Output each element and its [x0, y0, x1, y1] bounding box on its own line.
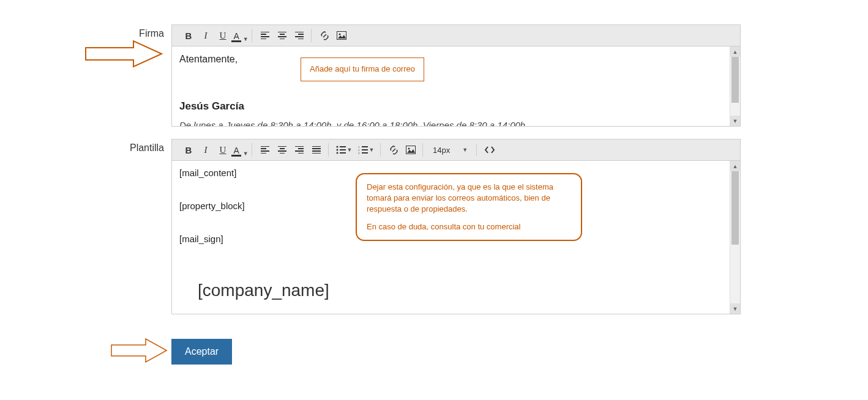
italic-button[interactable]: I — [198, 29, 214, 42]
signature-row: Firma B I U A▼ — [12, 24, 856, 127]
callout-template-hint: Dejar esta configuración, ya que es la q… — [356, 173, 582, 241]
bold-button[interactable]: B — [181, 143, 196, 157]
svg-point-3 — [336, 149, 338, 151]
callout-signature-hint: Añade aquí tu firma de correo — [301, 57, 424, 81]
template-label: Plantilla — [12, 139, 171, 154]
callout-template-p2: En caso de duda, consulta con tu comerci… — [367, 221, 571, 232]
italic-button[interactable]: I — [198, 143, 214, 157]
template-placeholder-company-name: [company_name] — [179, 277, 733, 305]
scrollbar[interactable]: ▲ ▼ — [730, 161, 740, 314]
signature-greeting: Atentamente, — [179, 51, 733, 67]
scroll-thumb[interactable] — [731, 171, 739, 245]
template-row: Plantilla B I U A▼ — [12, 139, 856, 314]
link-button[interactable] — [316, 29, 332, 42]
accept-button[interactable]: Aceptar — [171, 339, 232, 365]
scroll-down-icon[interactable]: ▼ — [730, 116, 740, 126]
signature-hours: De lunes a Jueves de 8:30h a 14:00h, y d… — [179, 118, 733, 126]
svg-point-4 — [336, 152, 338, 154]
template-content-area[interactable]: [mail_content] [property_block] [mail_si… — [172, 161, 740, 314]
template-editor: B I U A▼ — [171, 139, 741, 314]
scroll-down-icon[interactable]: ▼ — [730, 303, 740, 314]
svg-point-1 — [339, 34, 341, 35]
align-center-button[interactable] — [274, 29, 290, 42]
text-color-button[interactable]: A▼ — [232, 143, 248, 157]
ordered-list-button[interactable]: 123 ▼ — [356, 143, 376, 157]
template-toolbar: B I U A▼ — [172, 139, 740, 161]
font-size-select[interactable]: 14px ▼ — [428, 144, 473, 156]
align-right-button[interactable] — [291, 143, 307, 157]
scroll-up-icon[interactable]: ▲ — [730, 161, 740, 171]
signature-editor: B I U A▼ — [171, 24, 741, 127]
svg-text:3: 3 — [358, 152, 360, 154]
svg-point-9 — [408, 148, 410, 150]
code-view-button[interactable] — [482, 143, 498, 157]
font-size-value: 14px — [433, 146, 450, 155]
arrow-annotation-accept — [110, 338, 169, 365]
signature-toolbar: B I U A▼ — [172, 25, 740, 46]
scrollbar[interactable]: ▲ ▼ — [730, 46, 740, 126]
signature-name: Jesús García — [179, 98, 733, 114]
button-row: Aceptar — [12, 339, 856, 365]
image-button[interactable] — [334, 29, 350, 42]
align-left-button[interactable] — [257, 143, 273, 157]
align-justify-button[interactable] — [309, 143, 324, 157]
image-button[interactable] — [403, 143, 419, 157]
svg-point-2 — [336, 146, 338, 148]
signature-content-area[interactable]: Atentamente, Jesús García De lunes a Jue… — [172, 46, 740, 126]
callout-template-p1: Dejar esta configuración, ya que es la q… — [367, 182, 571, 215]
link-button[interactable] — [386, 143, 402, 157]
unordered-list-button[interactable]: ▼ — [334, 143, 354, 157]
underline-button[interactable]: U — [215, 29, 231, 42]
bold-button[interactable]: B — [181, 29, 196, 42]
align-left-button[interactable] — [257, 29, 273, 42]
scroll-thumb[interactable] — [731, 57, 739, 103]
text-color-button[interactable]: A▼ — [232, 29, 248, 42]
underline-button[interactable]: U — [215, 143, 231, 157]
align-right-button[interactable] — [291, 29, 307, 42]
signature-label: Firma — [12, 24, 171, 39]
arrow-annotation-signature — [84, 40, 164, 70]
align-center-button[interactable] — [274, 143, 290, 157]
scroll-up-icon[interactable]: ▲ — [730, 46, 740, 57]
